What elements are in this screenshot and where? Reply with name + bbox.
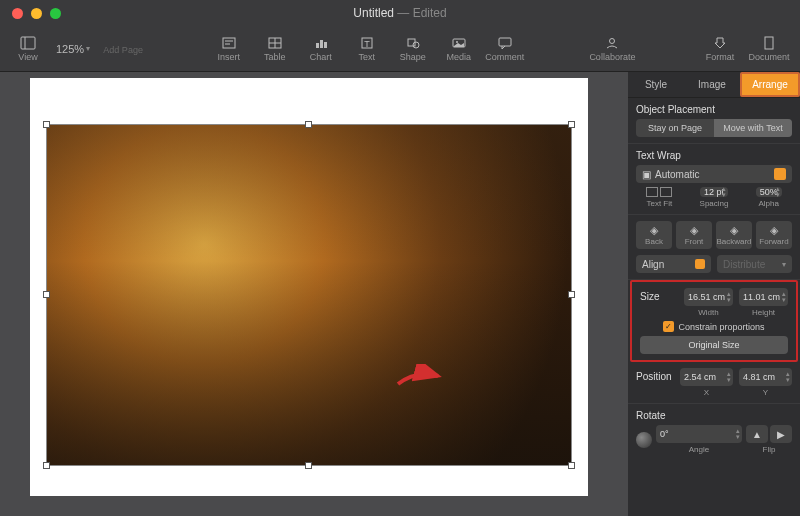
text-wrap-dropdown[interactable]: ▣Automatic — [636, 165, 792, 183]
constrain-proportions-checkbox[interactable]: ✓ — [663, 321, 674, 332]
table-button[interactable]: Table — [253, 29, 297, 69]
svg-rect-8 — [316, 43, 319, 48]
titlebar: Untitled — Edited — [0, 0, 800, 26]
window-title: Untitled — Edited — [0, 6, 800, 20]
inspector-sidebar: Style Image Arrange Object Placement Sta… — [628, 72, 800, 516]
resize-handle-bc[interactable] — [305, 462, 312, 469]
minimize-window-button[interactable] — [31, 8, 42, 19]
add-page-button[interactable]: Add Page — [96, 29, 150, 69]
tab-arrange[interactable]: Arrange — [740, 72, 800, 97]
resize-handle-br[interactable] — [568, 462, 575, 469]
document-name: Untitled — [353, 6, 394, 20]
svg-point-18 — [610, 38, 615, 43]
canvas[interactable] — [0, 72, 628, 516]
forward-icon: ◈ — [770, 224, 778, 237]
comment-button[interactable]: Comment — [483, 29, 527, 69]
tab-image[interactable]: Image — [684, 72, 740, 97]
resize-handle-bl[interactable] — [43, 462, 50, 469]
svg-rect-17 — [499, 38, 511, 46]
toolbar: View 125%▾ Add Page Insert Table Chart T… — [0, 26, 800, 72]
bring-forward-button[interactable]: ◈Forward — [756, 221, 792, 249]
constrain-label: Constrain proportions — [678, 322, 764, 332]
size-title: Size — [640, 288, 680, 302]
position-y-stepper[interactable]: 4.81 cm▴▾ — [739, 368, 792, 386]
resize-handle-mr[interactable] — [568, 291, 575, 298]
height-stepper[interactable]: 11.01 cm▴▾ — [739, 288, 788, 306]
insert-button[interactable]: Insert — [207, 29, 251, 69]
move-with-text-button[interactable]: Move with Text — [714, 119, 792, 137]
selected-image[interactable] — [46, 124, 572, 466]
image-content — [47, 125, 571, 465]
position-title: Position — [636, 368, 676, 382]
close-window-button[interactable] — [12, 8, 23, 19]
text-button[interactable]: T Text — [345, 29, 389, 69]
format-button[interactable]: Format — [698, 29, 742, 69]
align-dropdown[interactable]: Align — [636, 255, 711, 273]
resize-handle-tr[interactable] — [568, 121, 575, 128]
angle-stepper[interactable]: 0°▴▾ — [656, 425, 742, 443]
wrap-mode-icon: ▣ — [642, 169, 651, 180]
document-button[interactable]: Document — [744, 29, 794, 69]
resize-handle-tl[interactable] — [43, 121, 50, 128]
distribute-dropdown[interactable]: Distribute▾ — [717, 255, 792, 273]
object-placement-title: Object Placement — [636, 104, 792, 115]
media-button[interactable]: Media — [437, 29, 481, 69]
page — [30, 78, 588, 496]
text-fit-icon-b[interactable] — [660, 187, 672, 197]
original-size-button[interactable]: Original Size — [640, 336, 788, 354]
svg-rect-2 — [223, 38, 235, 48]
flip-horizontal-button[interactable]: ▲ — [746, 425, 768, 443]
tab-style[interactable]: Style — [628, 72, 684, 97]
svg-rect-19 — [765, 37, 773, 49]
resize-handle-ml[interactable] — [43, 291, 50, 298]
bring-front-button[interactable]: ◈Front — [676, 221, 712, 249]
flip-vertical-button[interactable]: ▶ — [770, 425, 792, 443]
stay-on-page-button[interactable]: Stay on Page — [636, 119, 714, 137]
fullscreen-window-button[interactable] — [50, 8, 61, 19]
svg-point-16 — [456, 41, 458, 43]
rotate-title: Rotate — [636, 410, 792, 421]
front-icon: ◈ — [690, 224, 698, 237]
send-back-button[interactable]: ◈Back — [636, 221, 672, 249]
position-x-stepper[interactable]: 2.54 cm▴▾ — [680, 368, 733, 386]
send-backward-button[interactable]: ◈Backward — [716, 221, 752, 249]
alpha-stepper[interactable]: 50%▴▾ — [756, 187, 782, 197]
width-stepper[interactable]: 16.51 cm▴▾ — [684, 288, 733, 306]
svg-text:T: T — [364, 39, 370, 49]
svg-rect-10 — [324, 42, 327, 48]
view-button[interactable]: View — [6, 29, 50, 69]
text-fit-icon-a[interactable] — [646, 187, 658, 197]
collaborate-button[interactable]: Collaborate — [583, 29, 641, 69]
chevron-down-icon — [695, 259, 705, 269]
zoom-dropdown[interactable]: 125%▾ — [52, 43, 94, 55]
size-section: Size 16.51 cm▴▾ Width 11.01 cm▴▾ Height … — [630, 280, 798, 362]
text-wrap-title: Text Wrap — [636, 150, 792, 161]
svg-point-14 — [413, 42, 419, 48]
back-icon: ◈ — [650, 224, 658, 237]
document-status: Edited — [413, 6, 447, 20]
svg-rect-9 — [320, 40, 323, 48]
backward-icon: ◈ — [730, 224, 738, 237]
spacing-stepper[interactable]: 12 pt▴▾ — [700, 187, 728, 197]
window-controls — [0, 8, 61, 19]
chart-button[interactable]: Chart — [299, 29, 343, 69]
svg-rect-0 — [21, 37, 35, 49]
resize-handle-tc[interactable] — [305, 121, 312, 128]
rotate-knob[interactable] — [636, 432, 652, 448]
shape-button[interactable]: Shape — [391, 29, 435, 69]
